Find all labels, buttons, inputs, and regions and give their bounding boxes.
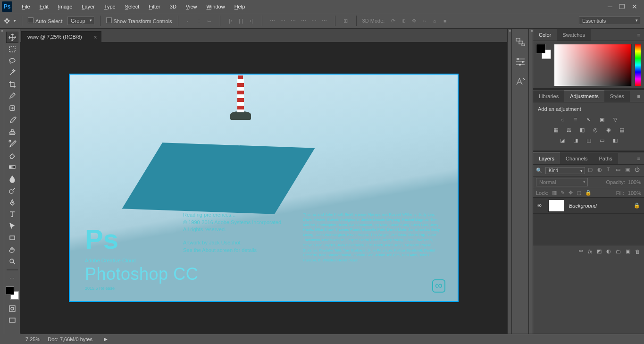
hue-strip[interactable] [635, 44, 641, 86]
marquee-tool[interactable] [6, 43, 18, 55]
dist-3-icon[interactable]: ⋯ [289, 17, 298, 25]
roll-icon[interactable]: ⊕ [399, 17, 408, 25]
dodge-tool[interactable] [6, 185, 18, 196]
pan-icon[interactable]: ✥ [409, 17, 418, 25]
type-tool[interactable] [6, 209, 18, 220]
tab-channels[interactable]: Channels [560, 153, 593, 164]
tab-libraries[interactable]: Libraries [533, 91, 564, 102]
adj-invert-icon[interactable]: ◪ [558, 136, 567, 144]
adj-huesat-icon[interactable]: ▦ [552, 126, 560, 134]
adj-chanmix-icon[interactable]: ◉ [604, 126, 613, 134]
layer-lock-icon[interactable]: 🔒 [634, 202, 640, 209]
adj-threshold-icon[interactable]: ◫ [585, 136, 593, 144]
workspace-combo[interactable]: Essentials [579, 17, 640, 25]
adj-photofilter-icon[interactable]: ◎ [591, 126, 600, 134]
adj-vibrance-icon[interactable]: ▽ [611, 116, 619, 123]
lasso-tool[interactable] [6, 55, 18, 67]
show-transform-checkbox[interactable]: Show Transform Controls [106, 17, 172, 24]
fill-value[interactable]: 100% [628, 190, 641, 196]
zoom3d-icon[interactable]: ⌕ [430, 17, 439, 25]
tab-color[interactable]: Color [533, 29, 557, 41]
pen-tool[interactable] [6, 197, 18, 208]
new-layer-icon[interactable]: ▣ [626, 248, 630, 254]
history-brush-tool[interactable] [6, 138, 18, 149]
edit-toolbar-icon[interactable]: ⋯ [6, 273, 18, 284]
mask-icon[interactable]: ◩ [597, 248, 602, 254]
eraser-tool[interactable] [6, 150, 18, 161]
fx-icon[interactable]: fx [588, 249, 592, 254]
dist-4-icon[interactable]: ⋯ [299, 17, 309, 25]
auto-select-checkbox[interactable]: Auto-Select: [28, 17, 64, 24]
lock-pos-icon[interactable]: ✥ [569, 190, 573, 196]
gradient-tool[interactable] [6, 161, 18, 173]
menu-layer[interactable]: Layer [77, 2, 100, 11]
adj-bw-icon[interactable]: ◧ [578, 126, 586, 134]
layer-list[interactable]: 👁 Background 🔒 [533, 198, 644, 245]
menu-filter[interactable]: Filter [144, 2, 165, 11]
adj-gradmap-icon[interactable]: ▭ [598, 136, 606, 144]
adj-posterize-icon[interactable]: ◨ [571, 136, 580, 144]
filter-pixel-icon[interactable]: ▢ [588, 167, 594, 174]
menu-help[interactable]: Help [230, 2, 250, 11]
adjustment-layer-icon[interactable]: ◐ [606, 248, 611, 254]
layer-thumb[interactable] [548, 200, 564, 212]
properties-panel-icon[interactable] [515, 57, 526, 67]
adj-levels-icon[interactable]: ≣ [571, 116, 580, 123]
magic-wand-tool[interactable] [6, 67, 18, 78]
crop-tool[interactable] [6, 79, 18, 90]
brush-tool[interactable] [6, 114, 18, 126]
foreground-swatch[interactable] [6, 286, 14, 295]
auto-align-icon[interactable]: ⊞ [341, 17, 351, 25]
close-icon[interactable]: ✕ [632, 3, 637, 10]
dist-6-icon[interactable]: ⋯ [320, 17, 329, 25]
shape-tool[interactable] [6, 232, 18, 243]
screenmode-icon[interactable] [6, 315, 18, 326]
menu-3d[interactable]: 3D [165, 2, 181, 11]
align-left-icon[interactable]: |‹ [226, 17, 235, 25]
menu-type[interactable]: Type [100, 2, 120, 11]
status-zoom[interactable]: 7,25% [25, 336, 40, 342]
menu-window[interactable]: Window [202, 2, 230, 11]
blur-tool[interactable] [6, 173, 18, 185]
tab-paths[interactable]: Paths [594, 153, 618, 164]
dist-5-icon[interactable]: ⋯ [309, 17, 319, 25]
right-expand-strip-2[interactable]: » [528, 29, 533, 334]
delete-layer-icon[interactable]: 🗑 [635, 249, 640, 254]
menu-image[interactable]: Image [53, 2, 77, 11]
character-panel-icon[interactable] [515, 77, 526, 86]
maximize-icon[interactable]: ❐ [619, 3, 625, 10]
align-top-icon[interactable]: ⌐ [184, 17, 193, 25]
lock-trans-icon[interactable]: ▦ [552, 190, 557, 196]
adj-selective-icon[interactable]: ◧ [611, 136, 619, 144]
adj-curves-icon[interactable]: ∿ [585, 116, 593, 123]
menu-view[interactable]: View [181, 2, 202, 11]
orbit-icon[interactable]: ⟳ [388, 17, 398, 25]
adj-colorbal-icon[interactable]: ⚖ [565, 126, 573, 134]
color-panel-menu-icon[interactable]: ≡ [634, 32, 644, 38]
tab-adjustments[interactable]: Adjustments [564, 90, 604, 102]
menu-select[interactable]: Select [120, 2, 144, 11]
layer-row[interactable]: 👁 Background 🔒 [533, 198, 644, 214]
quickmask-icon[interactable] [6, 303, 18, 314]
filter-shape-icon[interactable]: ▭ [616, 167, 622, 174]
tab-styles[interactable]: Styles [604, 91, 630, 102]
dist-2-icon[interactable]: ⋯ [278, 17, 288, 25]
minimize-icon[interactable]: ─ [608, 3, 612, 10]
healing-brush-tool[interactable] [6, 102, 18, 114]
adjustments-menu-icon[interactable]: ≡ [634, 93, 644, 99]
lock-artb-icon[interactable]: ▢ [577, 190, 581, 196]
document-tab[interactable]: www @ 7,25% (RGB/8) × [21, 31, 101, 42]
fgbg-swatch[interactable] [6, 286, 19, 300]
link-layers-icon[interactable]: ⚯ [579, 248, 583, 254]
history-panel-icon[interactable] [515, 37, 526, 47]
status-doc[interactable]: Doc: 7,66M/0 bytes [48, 336, 92, 342]
dist-1-icon[interactable]: ⋯ [268, 17, 277, 25]
lock-paint-icon[interactable]: ✎ [560, 190, 565, 196]
move-tool[interactable] [6, 32, 18, 43]
tab-layers[interactable]: Layers [533, 152, 560, 164]
camera-icon[interactable]: ■ [440, 17, 450, 25]
filter-type-icon[interactable]: T [607, 167, 613, 174]
align-bottom-icon[interactable]: ⌙ [205, 17, 214, 25]
filter-kind-icon[interactable]: 🔍 [536, 168, 543, 174]
eyedropper-tool[interactable] [6, 91, 18, 102]
